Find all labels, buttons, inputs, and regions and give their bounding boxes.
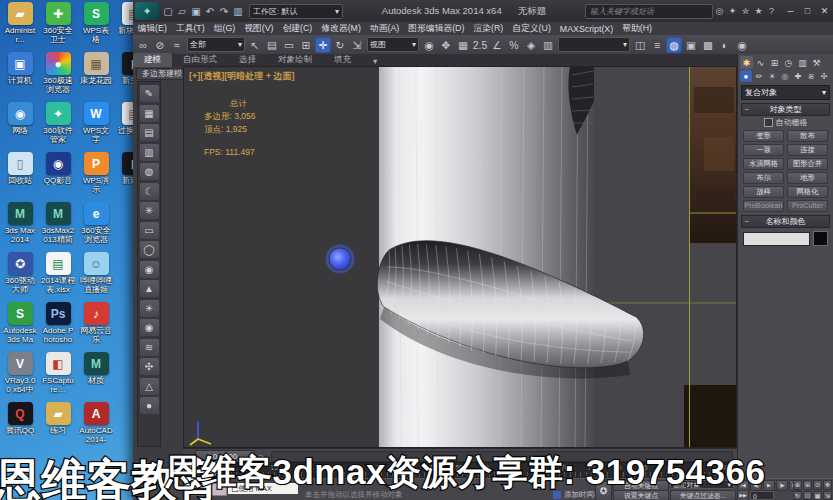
- desktop-icon[interactable]: M3dsMax2013精简版: [41, 202, 75, 252]
- desktop-icon[interactable]: ✦360软件管家: [41, 102, 75, 152]
- menu-item[interactable]: 编辑(E): [133, 23, 171, 35]
- toolbar-icon[interactable]: ↻: [332, 37, 348, 53]
- workspace-dropdown[interactable]: 工作区: 默认 ▾: [249, 4, 343, 19]
- object-category-dropdown[interactable]: 复合对象 ▾: [741, 85, 830, 100]
- object-type-button[interactable]: ProCutter: [787, 200, 828, 212]
- ribbon-tool-icon[interactable]: ✣: [140, 358, 159, 375]
- desktop-icon[interactable]: PsAdobe Photoshop…: [41, 302, 75, 352]
- menu-item[interactable]: MAXScript(X): [555, 24, 617, 34]
- viewport-nav-icon[interactable]: ▦: [813, 491, 822, 500]
- toolbar-icon[interactable]: ▭: [281, 37, 297, 53]
- object-type-button[interactable]: 变形: [743, 130, 784, 142]
- category-icon[interactable]: ◎: [779, 70, 791, 82]
- quick-access-icon[interactable]: ▱: [175, 4, 189, 19]
- object-type-button[interactable]: 水滴网格: [743, 158, 784, 170]
- viewport-nav-icon[interactable]: ⊙: [813, 480, 822, 490]
- ribbon-tool-icon[interactable]: △: [140, 378, 159, 395]
- object-color-swatch[interactable]: [813, 231, 828, 246]
- desktop-icon[interactable]: Q腾讯QQ: [3, 402, 37, 452]
- object-type-button[interactable]: 布尔: [743, 172, 784, 184]
- menu-item[interactable]: 图形编辑器(D): [404, 23, 469, 35]
- desktop-icon[interactable]: ◉网络: [3, 102, 37, 152]
- rollout-name-color[interactable]: − 名称和颜色: [741, 215, 830, 228]
- infocenter-icon[interactable]: ?: [765, 4, 778, 18]
- toolbar-icon[interactable]: ↖: [247, 37, 263, 53]
- toolbar-icon[interactable]: ▣: [683, 37, 699, 53]
- menu-item[interactable]: 自定义(U): [508, 23, 556, 35]
- desktop-icon[interactable]: ◉QQ影音: [41, 152, 75, 202]
- viewport-nav-icon[interactable]: ⇲: [823, 491, 832, 500]
- ribbon-tool-icon[interactable]: ▦: [140, 105, 159, 122]
- category-icon[interactable]: ✚: [792, 70, 804, 82]
- toolbar-icon[interactable]: ▩: [700, 37, 716, 53]
- ribbon-tool-icon[interactable]: ▲: [140, 280, 159, 297]
- viewport-nav-icon[interactable]: ⊕: [793, 480, 802, 490]
- quick-access-icon[interactable]: ↶: [203, 4, 217, 19]
- modify-tab-icon[interactable]: ∿: [754, 56, 767, 69]
- close-button[interactable]: ✕: [816, 4, 833, 19]
- infocenter-icon[interactable]: ◎: [713, 4, 726, 18]
- menu-item[interactable]: 渲染(R): [469, 23, 508, 35]
- motion-tab-icon[interactable]: ◷: [782, 56, 795, 69]
- desktop-icon[interactable]: e360安全浏览器: [79, 202, 113, 252]
- ribbon-tool-icon[interactable]: ≋: [140, 339, 159, 356]
- desktop-icon[interactable]: SAutodesk 3ds Max…: [3, 302, 37, 352]
- desktop-icon[interactable]: WWPS文字: [79, 102, 113, 152]
- viewport-nav-icon[interactable]: ⊡: [803, 491, 812, 500]
- ribbon-tab[interactable]: 填充: [323, 53, 362, 67]
- toolbar-dropdown[interactable]: 视图▾: [367, 37, 419, 52]
- object-name-field[interactable]: [743, 232, 810, 246]
- category-icon[interactable]: ≋: [805, 70, 817, 82]
- ribbon-tab[interactable]: 选择: [228, 53, 267, 67]
- ribbon-tool-icon[interactable]: ▥: [140, 144, 159, 161]
- desktop-icon[interactable]: ●360极速浏览器: [41, 52, 75, 102]
- desktop-icon[interactable]: ✚360安全卫士: [41, 2, 75, 52]
- desktop-icon[interactable]: SWPS表格: [79, 2, 113, 52]
- object-type-button[interactable]: 一致: [743, 144, 784, 156]
- category-icon[interactable]: ☀: [766, 70, 778, 82]
- desktop-icon[interactable]: ▰练习: [41, 402, 75, 452]
- viewport-nav-icon[interactable]: ✥: [823, 480, 832, 490]
- viewport-nav-icon[interactable]: ⊞: [803, 480, 812, 490]
- desktop-icon[interactable]: ▯回收站: [3, 152, 37, 202]
- app-logo-icon[interactable]: ✦: [135, 2, 159, 20]
- category-icon[interactable]: ●: [740, 70, 752, 82]
- ribbon-tab[interactable]: 自由形式: [172, 53, 228, 67]
- menu-item[interactable]: 动画(A): [365, 23, 403, 35]
- desktop-icon[interactable]: VVRay3.00 x64中文…: [3, 352, 37, 402]
- desktop-icon[interactable]: ☺哔哩哔哩直播姬: [79, 252, 113, 302]
- object-type-button[interactable]: 地形: [787, 172, 828, 184]
- hierarchy-tab-icon[interactable]: ⊞: [768, 56, 781, 69]
- toolbar-icon[interactable]: ⇲: [349, 37, 365, 53]
- display-tab-icon[interactable]: ▥: [796, 56, 809, 69]
- quick-access-icon[interactable]: ▢: [161, 4, 175, 19]
- toolbar-icon[interactable]: ◍: [666, 37, 682, 53]
- ribbon-tool-icon[interactable]: ▭: [140, 222, 159, 239]
- minimize-button[interactable]: ─: [782, 4, 799, 19]
- playback-button[interactable]: |▶: [776, 480, 788, 491]
- desktop-icon[interactable]: PWPS演示: [79, 152, 113, 202]
- menu-item[interactable]: 创建(C): [278, 23, 317, 35]
- desktop-icon[interactable]: ◧FSCapture…: [41, 352, 75, 402]
- ribbon-tool-icon[interactable]: ◉: [140, 319, 159, 336]
- toolbar-icon[interactable]: ⊘: [152, 37, 168, 53]
- toolbar-icon[interactable]: ≡: [649, 37, 665, 53]
- quick-access-icon[interactable]: ▥: [231, 4, 245, 19]
- autogrid-checkbox[interactable]: [764, 118, 773, 127]
- ribbon-tool-icon[interactable]: ◯: [140, 241, 159, 258]
- desktop-icon[interactable]: ✪360驱动大师: [3, 252, 37, 302]
- toolbar-icon[interactable]: ◫: [632, 37, 648, 53]
- toolbar-icon[interactable]: ✥: [438, 37, 454, 53]
- toolbar-icon[interactable]: ∠: [489, 37, 505, 53]
- category-icon[interactable]: ✏: [753, 70, 765, 82]
- quick-access-icon[interactable]: ↷: [217, 4, 231, 19]
- search-input[interactable]: 输入关键字或短语: [585, 4, 713, 19]
- toolbar-icon[interactable]: ◐: [717, 37, 733, 53]
- object-type-button[interactable]: 散布: [787, 130, 828, 142]
- toolbar-icon[interactable]: ≈: [169, 37, 185, 53]
- object-type-button[interactable]: 图形合并: [787, 158, 828, 170]
- toolbar-dropdown[interactable]: ▾: [558, 37, 630, 52]
- ribbon-tab[interactable]: 建模: [133, 53, 172, 67]
- maximize-button[interactable]: □: [799, 4, 816, 19]
- object-type-button[interactable]: ProBoolean: [743, 200, 784, 212]
